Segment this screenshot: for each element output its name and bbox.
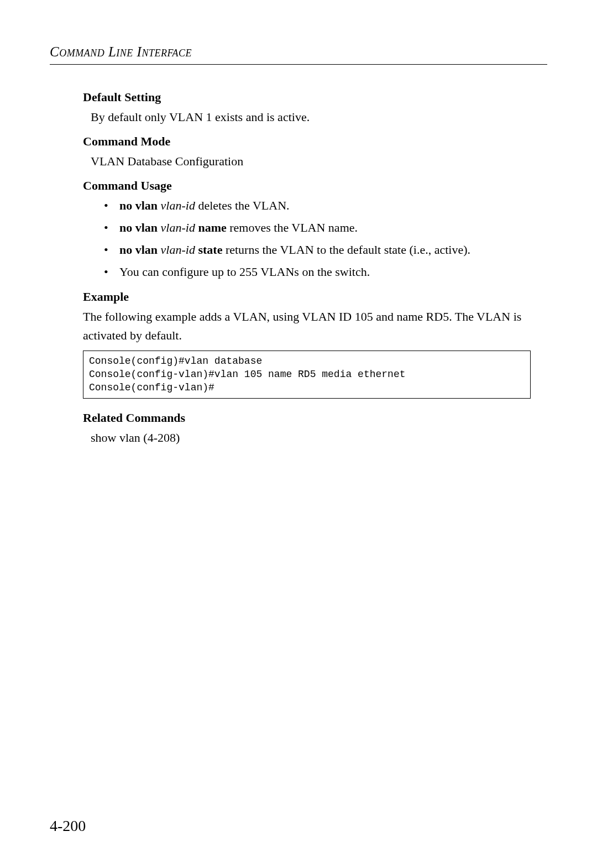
heading-command-usage: Command Usage <box>83 179 531 193</box>
page-number: 4-200 <box>50 817 86 835</box>
list-item: no vlan vlan-id name removes the VLAN na… <box>104 218 531 237</box>
code-example: Console(config)#vlan database Console(co… <box>83 351 531 399</box>
chapter-title: Command Line Interface <box>50 44 547 65</box>
cmd-keyword: name <box>195 221 227 234</box>
cmd-keyword: no vlan <box>119 243 158 257</box>
heading-default-setting: Default Setting <box>83 90 531 104</box>
command-usage-list: no vlan vlan-id deletes the VLAN. no vla… <box>83 196 531 281</box>
cmd-arg: vlan-id <box>158 221 195 234</box>
page-content: Default Setting By default only VLAN 1 e… <box>50 90 547 447</box>
text-default-setting: By default only VLAN 1 exists and is act… <box>83 108 531 127</box>
heading-related-commands: Related Commands <box>83 411 531 425</box>
cmd-keyword: no vlan <box>119 198 158 212</box>
heading-command-mode: Command Mode <box>83 134 531 149</box>
list-item: no vlan vlan-id state returns the VLAN t… <box>104 240 531 259</box>
cmd-desc: returns the VLAN to the default state (i… <box>222 243 470 257</box>
cmd-arg: vlan-id <box>158 243 195 257</box>
cmd-desc: You can configure up to 255 VLANs on the… <box>119 265 370 279</box>
heading-example: Example <box>83 290 531 304</box>
text-example-intro: The following example adds a VLAN, using… <box>83 307 531 345</box>
text-command-mode: VLAN Database Configuration <box>83 152 531 171</box>
cmd-desc: removes the VLAN name. <box>227 221 358 234</box>
list-item: no vlan vlan-id deletes the VLAN. <box>104 196 531 215</box>
cmd-keyword: state <box>195 243 222 257</box>
list-item: You can configure up to 255 VLANs on the… <box>104 263 531 281</box>
cmd-keyword: no vlan <box>119 221 158 234</box>
text-related-commands: show vlan (4-208) <box>83 428 531 447</box>
cmd-desc: deletes the VLAN. <box>195 198 290 212</box>
cmd-arg: vlan-id <box>158 198 195 212</box>
